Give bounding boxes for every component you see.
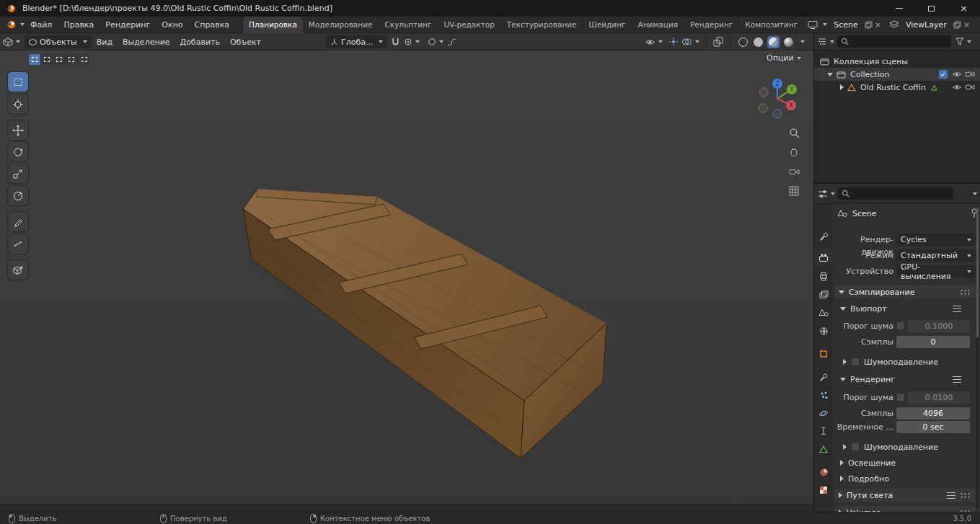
feature-set-dropdown[interactable]: Стандартный [896, 249, 976, 262]
menu-view[interactable]: Вид [92, 33, 118, 50]
presets-icon[interactable] [947, 492, 955, 499]
menu-add[interactable]: Добавить [175, 33, 225, 50]
coffin-3d-model[interactable] [0, 50, 813, 505]
xray-toggle-icon[interactable] [713, 37, 723, 47]
menu-edit[interactable]: Правка [58, 17, 100, 33]
workspace-tab-compositing[interactable]: Композитинг [739, 17, 804, 33]
outliner-row-old-rustic-coffin[interactable]: Old Rustic Coffin [814, 81, 980, 94]
viewport-noise-threshold-field[interactable]: 0.1000 [908, 320, 970, 332]
workspace-tab-modeling[interactable]: Моделирование [303, 17, 379, 33]
disable-in-render-toggle[interactable] [965, 84, 975, 91]
outliner-row-scene-collection[interactable]: Коллекция сцены [814, 55, 980, 68]
toggle-ortho-button[interactable] [787, 185, 800, 197]
close-button[interactable]: × [948, 0, 980, 17]
tool-scale[interactable] [8, 164, 28, 183]
render-noise-threshold-field[interactable]: 0.0100 [908, 391, 970, 404]
disclosure-triangle-icon[interactable] [840, 84, 844, 90]
shading-rendered-button[interactable] [782, 36, 795, 48]
snap-target-dropdown[interactable] [404, 37, 420, 46]
select-mode-extend-button[interactable] [41, 54, 53, 65]
physics-tab[interactable] [814, 404, 833, 422]
light-paths-section-header[interactable]: Пути света [834, 489, 976, 502]
copy-icon[interactable] [865, 21, 873, 29]
menu-window[interactable]: Окно [156, 17, 188, 33]
workspace-tab-sculpting[interactable]: Скульптинг [379, 17, 438, 33]
constraints-tab[interactable] [814, 422, 833, 440]
noise-threshold-checkbox[interactable] [896, 321, 905, 330]
show-gizmo-toggle-icon[interactable] [668, 37, 679, 47]
select-mode-new-button[interactable] [29, 54, 41, 65]
viewport-denoise-checkbox[interactable] [851, 358, 860, 366]
advanced-subsection-header[interactable]: Подробно [840, 473, 974, 484]
viewport-subsection-header[interactable]: Вьюпорт [840, 303, 974, 314]
render-denoise-row[interactable]: Шумоподавление [843, 441, 973, 453]
presets-icon[interactable] [953, 306, 961, 312]
timeline-editor[interactable] [0, 505, 813, 512]
workspace-tab-texture[interactable]: Текстурирование [501, 17, 583, 33]
screen-layout-icon[interactable] [808, 20, 818, 30]
tool-move[interactable] [8, 120, 28, 140]
visibility-dropdown[interactable] [645, 38, 663, 46]
tool-rotate[interactable] [8, 142, 28, 161]
shading-wireframe-button[interactable] [737, 36, 749, 48]
editor-type-properties-icon[interactable] [818, 190, 828, 198]
properties-search-input[interactable] [838, 187, 953, 200]
object-tab[interactable] [814, 345, 833, 363]
drag-grip-icon[interactable] [960, 289, 971, 296]
properties-scrollbar[interactable] [976, 208, 979, 509]
tool-annotate[interactable] [8, 212, 28, 231]
device-dropdown[interactable]: GPU-вычисления [896, 265, 976, 277]
workspace-tab-layout[interactable]: Планировка [243, 17, 303, 33]
tool-cursor[interactable] [8, 94, 28, 114]
scrollbar-thumb[interactable] [976, 208, 979, 337]
time-limit-field[interactable]: 0 sec [896, 421, 970, 433]
overlays-dropdown[interactable] [681, 37, 699, 47]
tool-transform[interactable] [8, 186, 28, 205]
menu-select[interactable]: Выделение [118, 33, 175, 50]
collection-checkbox[interactable] [939, 70, 948, 79]
hide-in-viewport-toggle[interactable] [952, 84, 962, 91]
minimize-button[interactable] [883, 0, 915, 17]
unlink-scene-icon[interactable]: × [875, 20, 881, 30]
material-tab[interactable] [814, 463, 833, 481]
scene-tab[interactable] [814, 304, 833, 321]
object-data-tab[interactable] [814, 440, 833, 458]
axis-negative-y-ball[interactable] [759, 104, 767, 112]
blender-logo-icon[interactable] [4, 19, 17, 30]
select-mode-intersect-button[interactable] [78, 54, 90, 65]
editor-type-outliner-icon[interactable] [818, 37, 827, 45]
camera-view-button[interactable] [787, 165, 800, 178]
disclosure-triangle-icon[interactable] [827, 73, 833, 76]
modifiers-tab[interactable] [814, 368, 833, 386]
render-denoise-checkbox[interactable] [851, 443, 860, 451]
mode-selector[interactable]: Объекты [25, 35, 92, 48]
breadcrumb-scene-label[interactable]: Scene [852, 209, 877, 218]
workspace-tab-rendering[interactable]: Рендеринг [684, 17, 739, 33]
world-tab[interactable] [814, 322, 833, 339]
render-noise-threshold-checkbox[interactable] [896, 393, 905, 401]
disable-in-render-toggle[interactable] [965, 71, 975, 78]
view-layer-selector[interactable]: ViewLayer [901, 20, 951, 30]
filter-funnel-icon[interactable] [955, 37, 964, 45]
render-tab[interactable] [814, 249, 833, 266]
output-tab[interactable] [814, 267, 833, 285]
tool-tab[interactable] [814, 228, 833, 245]
shading-solid-button[interactable] [752, 36, 764, 48]
workspace-tab-uv[interactable]: UV-редактор [438, 17, 500, 33]
viewport-denoise-row[interactable]: Шумоподавление [843, 356, 973, 368]
particles-tab[interactable] [814, 386, 833, 404]
falloff-curve-icon[interactable] [447, 38, 456, 46]
select-mode-invert-button[interactable] [66, 54, 78, 65]
hide-in-viewport-toggle[interactable] [952, 71, 962, 78]
render-subsection-header[interactable]: Рендеринг [840, 373, 974, 385]
workspace-tab-animation[interactable]: Анимация [632, 17, 685, 33]
menu-object[interactable]: Объект [225, 33, 266, 50]
presets-icon[interactable] [953, 376, 961, 383]
menu-file[interactable]: Файл [25, 17, 58, 33]
tool-add-cube[interactable] [8, 260, 28, 280]
menu-help[interactable]: Справка [189, 17, 235, 33]
3d-viewport[interactable]: Опции Z Y X [0, 50, 813, 505]
outliner-search-input[interactable] [837, 35, 951, 48]
render-samples-field[interactable]: 4096 [896, 407, 970, 419]
remove-view-layer-icon[interactable]: × [963, 20, 970, 30]
